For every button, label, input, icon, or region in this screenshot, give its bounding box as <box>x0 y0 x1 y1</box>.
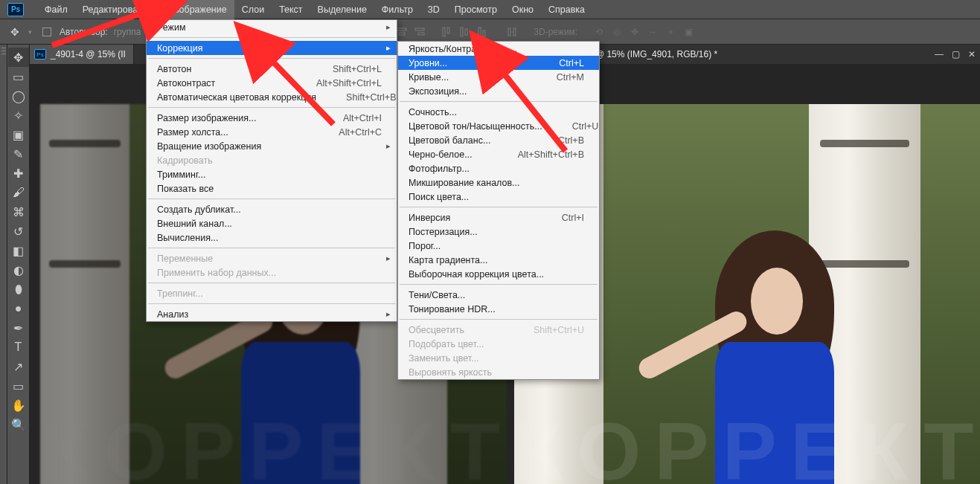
image-menu-item-8[interactable]: Размер изображения...Alt+Ctrl+I <box>147 111 397 125</box>
adjust-menu-item-11[interactable]: Поиск цвета... <box>398 190 599 204</box>
lens-icon[interactable]: ⌖ <box>664 25 677 39</box>
adjust-menu-item-14[interactable]: Постеризация... <box>398 225 599 239</box>
tool-eraser-icon[interactable]: ◧ <box>8 241 29 260</box>
image-menu-label-12: Тримминг... <box>157 170 205 180</box>
adjust-menu-shortcut-2: Ctrl+M <box>527 72 584 83</box>
adjust-menu-shortcut-8: Alt+Shift+Ctrl+B <box>488 149 584 160</box>
tool-type-icon[interactable]: T <box>8 338 29 357</box>
image-menu-item-9[interactable]: Размер холста...Alt+Ctrl+C <box>147 125 397 139</box>
menu-view[interactable]: Просмотр <box>447 0 505 19</box>
tool-stamp-icon[interactable]: ⌘ <box>8 202 29 222</box>
image-menu-item-2[interactable]: Коррекция <box>147 41 397 55</box>
image-menu-item-24[interactable]: Анализ <box>147 307 397 321</box>
adjust-menu-item-15[interactable]: Порог... <box>398 239 599 253</box>
adjust-menu-item-20[interactable]: Тонирование HDR... <box>398 302 599 316</box>
minimize-icon[interactable]: — <box>931 46 947 62</box>
tool-shape-icon[interactable]: ▭ <box>8 376 29 396</box>
adjust-menu-item-7[interactable]: Цветовой баланс...Ctrl+B <box>398 133 599 147</box>
slide-icon[interactable]: ↔ <box>646 25 659 39</box>
image-menu-item-5[interactable]: АвтоконтрастAlt+Shift+Ctrl+L <box>147 76 397 90</box>
tool-hand-icon[interactable]: ✋ <box>8 396 29 415</box>
orbit-icon[interactable]: ⟲ <box>592 25 606 39</box>
image-menu-item-15[interactable]: Создать дубликат... <box>147 202 397 216</box>
adjust-menu-item-13[interactable]: ИнверсияCtrl+I <box>398 210 599 225</box>
tool-pen-icon[interactable]: ✒ <box>8 318 29 338</box>
image-menu-item-10[interactable]: Вращение изображения <box>147 139 397 153</box>
image-menu-sep-3 <box>148 58 395 59</box>
adjust-menu-item-17[interactable]: Выборочная коррекция цвета... <box>398 267 599 281</box>
tool-brush-icon[interactable]: 🖌 <box>8 183 29 202</box>
move-tool-icon[interactable]: ✥ <box>6 23 24 41</box>
image-menu-item-13[interactable]: Показать все <box>147 181 397 196</box>
image-menu-label-19: Переменные <box>157 254 213 264</box>
distribute-icon[interactable] <box>504 24 520 40</box>
menu-file[interactable]: Файл <box>37 0 75 19</box>
menu-edit[interactable]: Редактирование <box>75 0 161 19</box>
autoselect-label: Автовыбор: <box>60 27 108 37</box>
align-right-icon[interactable] <box>411 24 428 40</box>
autoselect-checkbox[interactable] <box>42 28 51 36</box>
image-menu-item-6[interactable]: Автоматическая цветовая коррекцияShift+C… <box>147 90 397 104</box>
tool-eyedropper-icon[interactable]: ✎ <box>8 144 29 164</box>
adjust-menu-item-10[interactable]: Микширование каналов... <box>398 175 599 190</box>
doc-title-2: @ 15% (IMG_4901, RGB/16) * <box>595 49 717 59</box>
adjust-menu-item-6[interactable]: Цветовой тон/Насыщенность...Ctrl+U <box>398 119 599 133</box>
roll-icon[interactable]: ◎ <box>610 25 624 39</box>
image-menu-item-0[interactable]: Режим <box>147 20 397 34</box>
menu-filter[interactable]: Фильтр <box>374 0 420 19</box>
tool-lasso-icon[interactable]: ◯ <box>8 86 29 106</box>
menu-select[interactable]: Выделение <box>310 0 374 19</box>
tool-dodge-icon[interactable]: ● <box>8 299 29 318</box>
adjust-menu-item-16[interactable]: Карта градиента... <box>398 253 599 267</box>
tool-blur-icon[interactable]: ⬮ <box>8 280 29 299</box>
adjust-menu-item-0[interactable]: Яркость/Контрастность... <box>398 42 599 56</box>
adjust-menu-item-2[interactable]: Кривые...Ctrl+M <box>398 70 599 84</box>
image-menu-label-4: Автотон <box>157 64 191 74</box>
adjust-menu-sep-12 <box>400 207 598 207</box>
image-menu-item-16[interactable]: Внешний канал... <box>147 216 397 230</box>
adjust-menu-item-5[interactable]: Сочность... <box>398 105 599 119</box>
adjust-menu-item-24: Заменить цвет... <box>398 351 599 365</box>
tool-path-icon[interactable]: ↗ <box>8 357 29 376</box>
cam-icon[interactable]: ▣ <box>682 25 695 39</box>
image-menu-item-4[interactable]: АвтотонShift+Ctrl+L <box>147 62 397 76</box>
tool-heal-icon[interactable]: ✚ <box>8 164 29 183</box>
adjust-menu-label-5: Сочность... <box>409 107 457 117</box>
toolbox-grip[interactable] <box>0 45 7 484</box>
image-menu-item-12[interactable]: Тримминг... <box>147 167 397 181</box>
image-menu-item-11: Кадрировать <box>147 153 397 167</box>
tool-history-brush-icon[interactable]: ↺ <box>8 222 29 241</box>
align-top-icon[interactable] <box>438 24 455 40</box>
align-center-v-icon[interactable] <box>456 24 473 40</box>
adjust-menu-item-9[interactable]: Фотофильтр... <box>398 161 599 175</box>
menu-window[interactable]: Окно <box>505 0 541 19</box>
maximize-icon[interactable]: ▢ <box>947 46 964 62</box>
tool-wand-icon[interactable]: ✧ <box>8 106 29 125</box>
tool-crop-icon[interactable]: ▣ <box>8 125 29 144</box>
menu-layers[interactable]: Слои <box>234 0 272 19</box>
close-icon[interactable]: ✕ <box>964 46 980 62</box>
menu-image[interactable]: Изображение <box>161 0 234 19</box>
adjust-menu-item-1[interactable]: Уровни...Ctrl+L <box>398 56 599 70</box>
adjust-menu-item-8[interactable]: Черно-белое...Alt+Shift+Ctrl+B <box>398 147 599 161</box>
align-bottom-icon[interactable] <box>474 24 490 40</box>
image-menu-item-20: Применить набор данных... <box>147 265 397 280</box>
svg-rect-6 <box>443 28 445 36</box>
tool-move-icon[interactable]: ✥ <box>8 48 29 67</box>
image-menu-item-17[interactable]: Вычисления... <box>147 230 397 245</box>
menu-help[interactable]: Справка <box>541 0 592 19</box>
tool-zoom-icon[interactable]: 🔍 <box>8 415 29 434</box>
pan-icon[interactable]: ✥ <box>628 25 641 39</box>
menu-text[interactable]: Текст <box>272 0 310 19</box>
svg-rect-9 <box>465 29 467 35</box>
app-logo: Ps <box>7 3 24 16</box>
image-menu-shortcut-4: Shift+Ctrl+L <box>303 64 382 74</box>
menu-3d[interactable]: 3D <box>420 0 447 19</box>
tool-marquee-icon[interactable]: ▭ <box>8 67 29 86</box>
adjust-menu-label-24: Заменить цвет... <box>409 353 479 364</box>
document-tab-1[interactable]: Ps _4901-4 @ 15% (II <box>30 45 134 64</box>
adjust-menu-label-2: Кривые... <box>409 72 449 83</box>
tool-gradient-icon[interactable]: ◐ <box>8 260 29 280</box>
adjust-menu-item-3[interactable]: Экспозиция... <box>398 84 599 98</box>
adjust-menu-item-19[interactable]: Тени/Света... <box>398 288 599 302</box>
